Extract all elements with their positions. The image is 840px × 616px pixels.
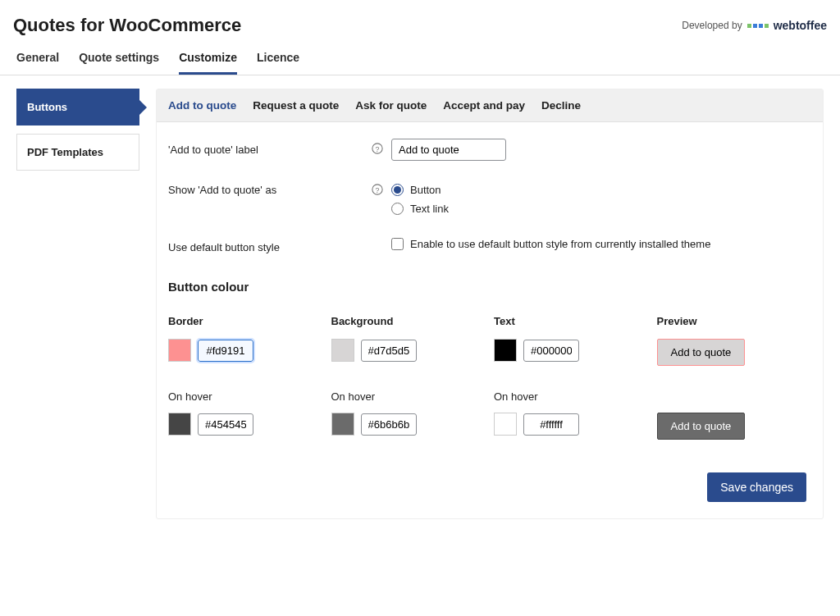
radio-textlink-label: Text link — [410, 203, 449, 215]
col-preview: Preview — [657, 315, 812, 327]
onhover-border: On hover — [168, 390, 323, 403]
sidebar-item-pdf-templates[interactable]: PDF Templates — [16, 134, 139, 171]
radio-textlink[interactable] — [391, 203, 404, 215]
col-border: Border — [168, 315, 323, 327]
subtab-decline[interactable]: Decline — [541, 99, 581, 112]
sidebar-item-buttons[interactable]: Buttons — [16, 89, 139, 125]
default-style-desc: Enable to use default button style from … — [410, 238, 710, 250]
preview-button-hover: Add to quote — [657, 413, 746, 440]
tab-customize[interactable]: Customize — [179, 51, 237, 75]
swatch-text-hover[interactable] — [494, 413, 517, 436]
developed-by: Developed by webtoffee — [682, 19, 827, 32]
radio-button-label: Button — [410, 184, 441, 196]
add-to-quote-label-input[interactable] — [391, 139, 506, 161]
input-text-hover[interactable] — [523, 413, 579, 436]
help-icon[interactable]: ? — [372, 184, 391, 198]
label-show-as: Show 'Add to quote' as — [168, 184, 372, 196]
radio-button[interactable] — [391, 184, 404, 196]
label-default-style: Use default button style — [168, 241, 372, 253]
subtab-request-a-quote[interactable]: Request a quote — [253, 99, 339, 112]
swatch-background-hover[interactable] — [331, 413, 354, 436]
svg-text:?: ? — [376, 186, 380, 194]
help-icon[interactable]: ? — [372, 143, 391, 157]
swatch-text[interactable] — [494, 339, 517, 362]
sidebar: Buttons PDF Templates — [16, 89, 139, 171]
preview-button-normal: Add to quote — [657, 339, 746, 366]
swatch-border-hover[interactable] — [168, 413, 191, 436]
input-background-color[interactable] — [361, 340, 417, 362]
checkbox-default-style[interactable] — [391, 238, 404, 250]
col-background: Background — [331, 315, 486, 327]
tab-general[interactable]: General — [16, 51, 59, 75]
page-title: Quotes for WooCommerce — [13, 15, 241, 36]
subtab-accept-and-pay[interactable]: Accept and pay — [443, 99, 525, 112]
brand-name: webtoffee — [774, 19, 827, 32]
tab-licence[interactable]: Licence — [257, 51, 299, 75]
main-tabs: General Quote settings Customize Licence — [0, 39, 840, 75]
input-text-color[interactable] — [523, 340, 579, 362]
subtab-ask-for-quote[interactable]: Ask for quote — [355, 99, 427, 112]
col-text: Text — [494, 315, 649, 327]
input-border-color[interactable] — [198, 340, 253, 362]
swatch-background[interactable] — [331, 339, 354, 362]
subtab-add-to-quote[interactable]: Add to quote — [168, 99, 236, 112]
onhover-text: On hover — [494, 390, 649, 403]
section-button-colour: Button colour — [168, 280, 811, 294]
brand-logo-icon — [747, 24, 769, 28]
label-add-to-quote-label: 'Add to quote' label — [168, 144, 372, 156]
input-border-hover[interactable] — [198, 413, 253, 436]
swatch-border[interactable] — [168, 339, 191, 362]
sub-tabs: Add to quote Request a quote Ask for quo… — [157, 89, 823, 122]
onhover-background: On hover — [331, 390, 486, 403]
input-background-hover[interactable] — [361, 413, 417, 436]
save-button[interactable]: Save changes — [707, 472, 806, 502]
svg-text:?: ? — [376, 145, 380, 153]
tab-quote-settings[interactable]: Quote settings — [79, 51, 159, 75]
main-panel: Add to quote Request a quote Ask for quo… — [156, 89, 824, 519]
